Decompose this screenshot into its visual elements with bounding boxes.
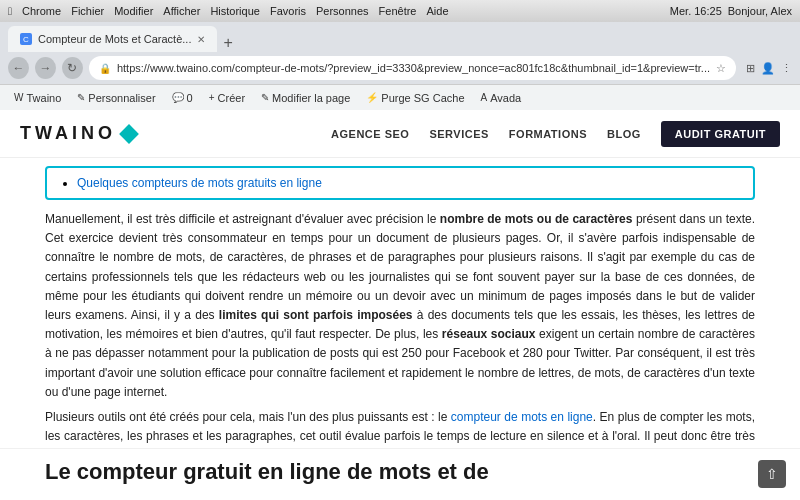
toc-link[interactable]: Quelques compteurs de mots gratuits en l…	[77, 176, 322, 190]
bookmark-modifier[interactable]: ✎ Modifier la page	[255, 90, 356, 106]
bookmark-creer[interactable]: + Créer	[203, 90, 251, 106]
bookmark-comments-icon: 💬	[172, 92, 184, 103]
bookmark-modifier-icon: ✎	[261, 92, 269, 103]
os-time: Mer. 16:25	[670, 5, 722, 17]
bookmark-personnaliser-label: Personnaliser	[88, 92, 155, 104]
logo-text: TWAINO	[20, 123, 116, 144]
p1-bold: nombre de mots ou de caractères	[440, 212, 633, 226]
menu-aide[interactable]: Aide	[427, 5, 449, 17]
chrome-menu-icon[interactable]: ⋮	[781, 62, 792, 75]
tab-bar: C Compteur de Mots et Caractè... ✕ +	[0, 22, 800, 52]
os-menu-right: Mer. 16:25 Bonjour, Alex	[670, 5, 792, 17]
url-text: https://www.twaino.com/compteur-de-mots/…	[117, 62, 710, 74]
bookmark-twaino[interactable]: W Twaino	[8, 90, 67, 106]
forward-button[interactable]: →	[35, 57, 56, 79]
new-tab-button[interactable]: +	[223, 34, 232, 52]
menu-afficher[interactable]: Afficher	[163, 5, 200, 17]
menu-modifier[interactable]: Modifier	[114, 5, 153, 17]
url-bar: ← → ↻ 🔒 https://www.twaino.com/compteur-…	[0, 52, 800, 84]
audit-gratuit-button[interactable]: AUDIT GRATUIT	[661, 121, 780, 147]
logo-diamond-icon	[119, 124, 139, 144]
bookmark-purge[interactable]: ⚡ Purge SG Cache	[360, 90, 470, 106]
site-header: TWAINO AGENCE SEO SERVICES FORMATIONS BL…	[0, 110, 800, 158]
bookmark-creer-icon: +	[209, 92, 215, 103]
scroll-to-top-button[interactable]: ⇧	[758, 460, 786, 488]
bookmark-comments[interactable]: 💬 0	[166, 90, 199, 106]
menu-personnes[interactable]: Personnes	[316, 5, 369, 17]
user-profile-icon[interactable]: 👤	[761, 62, 775, 75]
nav-blog[interactable]: BLOG	[607, 128, 641, 140]
back-button[interactable]: ←	[8, 57, 29, 79]
url-icons: ☆	[716, 62, 726, 75]
bookmark-purge-icon: ⚡	[366, 92, 378, 103]
p2-start: Plusieurs outils ont été créés pour cela…	[45, 410, 451, 424]
bookmark-comments-label: 0	[187, 92, 193, 104]
lock-icon: 🔒	[99, 63, 111, 74]
url-input-container[interactable]: 🔒 https://www.twaino.com/compteur-de-mot…	[89, 56, 736, 80]
bookmark-purge-label: Purge SG Cache	[381, 92, 464, 104]
p1-bold3: réseaux sociaux	[442, 327, 536, 341]
menu-historique[interactable]: Historique	[210, 5, 260, 17]
bookmark-modifier-label: Modifier la page	[272, 92, 350, 104]
os-user: Bonjour, Alex	[728, 5, 792, 17]
bookmark-twaino-label: Twaino	[26, 92, 61, 104]
refresh-button[interactable]: ↻	[62, 57, 83, 79]
bookmark-avada-icon: A	[481, 92, 488, 103]
nav-services[interactable]: SERVICES	[429, 128, 488, 140]
p1-rest: présent dans un texte. Cet exercice devi…	[45, 212, 755, 322]
menu-fenetre[interactable]: Fenêtre	[379, 5, 417, 17]
browser-tab[interactable]: C Compteur de Mots et Caractè... ✕	[8, 26, 217, 52]
os-menu-left:  Chrome Fichier Modifier Afficher Histo…	[8, 5, 449, 17]
bookmarks-bar: W Twaino ✎ Personnaliser 💬 0 + Créer ✎ M…	[0, 84, 800, 110]
body-text: Manuellement, il est très difficile et a…	[45, 210, 755, 448]
bookmark-twaino-icon: W	[14, 92, 23, 103]
star-icon[interactable]: ☆	[716, 62, 726, 75]
p1-text: Manuellement, il est très difficile et a…	[45, 212, 440, 226]
site-nav: AGENCE SEO SERVICES FORMATIONS BLOG AUDI…	[331, 121, 780, 147]
bookmark-personnaliser[interactable]: ✎ Personnaliser	[71, 90, 161, 106]
apple-icon: 	[8, 5, 12, 17]
extensions-icon[interactable]: ⊞	[746, 62, 755, 75]
menu-favoris[interactable]: Favoris	[270, 5, 306, 17]
browser-frame: C Compteur de Mots et Caractè... ✕ + ← →…	[0, 22, 800, 110]
bookmark-personnaliser-icon: ✎	[77, 92, 85, 103]
page-wrapper:  Chrome Fichier Modifier Afficher Histo…	[0, 0, 800, 500]
p1-bold2: limites qui sont parfois imposées	[219, 308, 413, 322]
bookmark-creer-label: Créer	[218, 92, 246, 104]
paragraph-2: Plusieurs outils ont été créés pour cela…	[45, 408, 755, 448]
toc-box: Quelques compteurs de mots gratuits en l…	[45, 166, 755, 200]
nav-formations[interactable]: FORMATIONS	[509, 128, 587, 140]
menu-chrome[interactable]: Chrome	[22, 5, 61, 17]
site-logo: TWAINO	[20, 123, 136, 144]
tab-close-button[interactable]: ✕	[197, 34, 205, 45]
h2-title: Le compteur gratuit en ligne de mots et …	[45, 459, 755, 485]
h2-section: Le compteur gratuit en ligne de mots et …	[0, 448, 800, 485]
bookmark-avada-label: Avada	[490, 92, 521, 104]
menu-fichier[interactable]: Fichier	[71, 5, 104, 17]
p2-link[interactable]: compteur de mots en ligne	[451, 410, 593, 424]
nav-agence-seo[interactable]: AGENCE SEO	[331, 128, 409, 140]
tab-title: Compteur de Mots et Caractè...	[38, 33, 191, 45]
paragraph-1: Manuellement, il est très difficile et a…	[45, 210, 755, 402]
content-area: Quelques compteurs de mots gratuits en l…	[0, 158, 800, 448]
os-menu-bar:  Chrome Fichier Modifier Afficher Histo…	[0, 0, 800, 22]
tab-favicon: C	[20, 33, 32, 45]
bookmark-avada[interactable]: A Avada	[475, 90, 528, 106]
